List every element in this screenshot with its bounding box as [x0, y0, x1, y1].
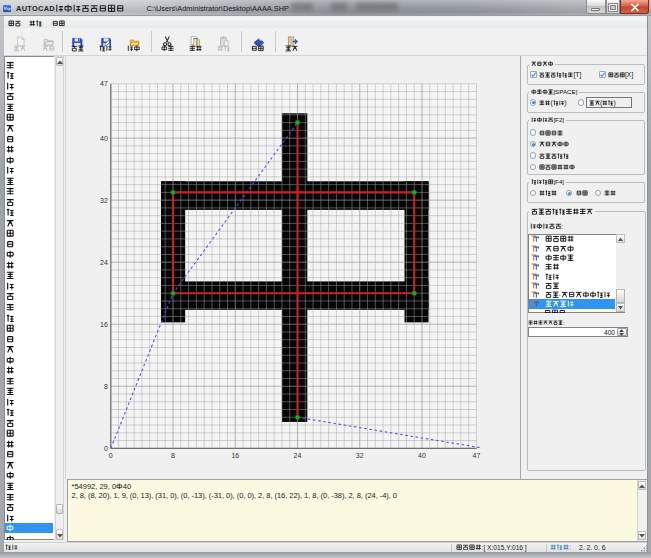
svg-text:40: 40: [418, 452, 426, 459]
svg-text:24: 24: [294, 452, 302, 459]
svg-text:40: 40: [100, 135, 108, 142]
svg-text:16: 16: [100, 321, 108, 328]
svg-text:8: 8: [171, 452, 175, 459]
svg-text:24: 24: [100, 259, 108, 266]
svg-text:0: 0: [109, 452, 113, 459]
svg-text:32: 32: [100, 197, 108, 204]
svg-text:0: 0: [104, 445, 108, 452]
svg-text:16: 16: [231, 452, 239, 459]
svg-text:8: 8: [104, 383, 108, 390]
svg-text:32: 32: [356, 452, 364, 459]
svg-text:47: 47: [473, 452, 481, 459]
svg-text:47: 47: [100, 80, 108, 87]
